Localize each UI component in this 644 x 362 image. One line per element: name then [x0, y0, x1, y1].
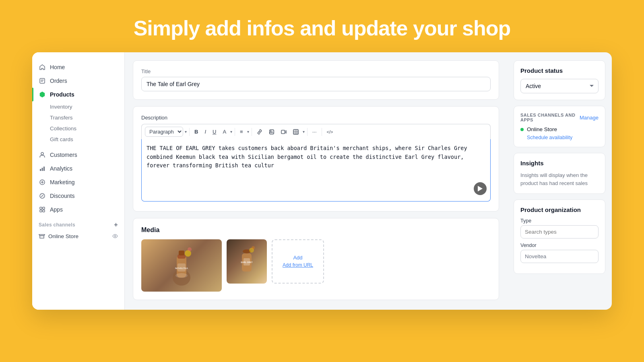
media-add-box[interactable]: Add Add from URL — [272, 239, 324, 284]
sidebar-item-products[interactable]: Products — [32, 88, 124, 101]
right-panel: Product status Active Draft Archived SAL… — [507, 52, 612, 310]
description-editor[interactable] — [141, 139, 491, 202]
chevron-table-icon: ▾ — [303, 130, 305, 134]
link-button[interactable] — [254, 128, 265, 136]
add-channel-icon[interactable]: + — [114, 221, 118, 228]
sidebar-home-label: Home — [50, 64, 65, 70]
paragraph-select[interactable]: Paragraph — [145, 127, 183, 137]
sidebar-item-online-store[interactable]: Online Store — [32, 230, 124, 242]
underline-button[interactable]: U — [210, 127, 219, 136]
product-status-card: Product status Active Draft Archived — [514, 60, 605, 100]
sidebar-item-marketing[interactable]: Marketing — [32, 175, 124, 189]
title-input[interactable] — [141, 77, 491, 91]
sales-channels-label-text: SALES CHANNELS AND APPS — [520, 113, 580, 122]
toolbar-divider-1 — [189, 128, 190, 136]
sidebar-marketing-label: Marketing — [50, 179, 74, 185]
add-from-url-button[interactable]: Add from URL — [283, 262, 313, 268]
sidebar-item-collections[interactable]: Collections — [32, 123, 124, 134]
main-content: Title Description Paragraph ▾ B I U A — [125, 52, 612, 310]
product-status-select[interactable]: Active Draft Archived — [520, 79, 599, 93]
type-field-label: Type — [520, 218, 599, 224]
title-card: Title — [133, 60, 499, 100]
description-label: Description — [141, 115, 491, 121]
product-org-card: Product organization Type Vendor — [514, 200, 605, 274]
svg-text:EARL GREY: EARL GREY — [241, 261, 253, 263]
vendor-field-label: Vendor — [520, 243, 599, 248]
svg-point-20 — [175, 273, 188, 278]
media-image-small[interactable]: EARL GREY — [227, 239, 267, 284]
toolbar-divider-3 — [252, 128, 252, 136]
orders-icon — [39, 77, 46, 84]
green-dot-icon — [520, 128, 524, 131]
bold-button[interactable]: B — [192, 127, 200, 136]
sidebar-item-discounts[interactable]: Discounts — [32, 189, 124, 203]
svg-rect-15 — [293, 129, 298, 134]
insights-description: Insights will display when the product h… — [520, 171, 599, 187]
sales-channels-card: SALES CHANNELS AND APPS Manage Online St… — [514, 106, 605, 147]
sidebar-item-apps[interactable]: Apps — [32, 203, 124, 216]
svg-text:NOVELTEA: NOVELTEA — [175, 267, 188, 269]
online-store-label: Online Store — [527, 126, 557, 132]
manage-link[interactable]: Manage — [580, 115, 599, 121]
svg-rect-4 — [43, 167, 45, 171]
toolbar-divider-5 — [322, 128, 322, 136]
align-button[interactable]: ≡ — [237, 127, 246, 136]
table-button[interactable] — [291, 128, 301, 136]
online-store-sidebar-label: Online Store — [48, 233, 78, 239]
sidebar-apps-label: Apps — [50, 206, 63, 213]
italic-button[interactable]: I — [202, 127, 208, 136]
sidebar-item-inventory[interactable]: Inventory — [32, 101, 124, 112]
marketing-icon — [39, 179, 46, 186]
products-icon — [39, 91, 46, 98]
svg-rect-8 — [43, 207, 45, 209]
eye-icon[interactable] — [112, 233, 118, 239]
svg-rect-3 — [42, 168, 43, 171]
sidebar-item-transfers[interactable]: Transfers — [32, 112, 124, 123]
chevron-color-icon: ▾ — [230, 130, 232, 134]
svg-point-30 — [252, 246, 255, 249]
type-input[interactable] — [520, 225, 599, 239]
sidebar-item-orders[interactable]: Orders — [32, 74, 124, 88]
more-button[interactable]: ··· — [310, 127, 319, 136]
editor-wrapper — [141, 139, 491, 203]
sidebar-discounts-label: Discounts — [50, 193, 74, 199]
chevron-align-icon: ▾ — [247, 130, 249, 134]
description-card: Description Paragraph ▾ B I U A ▾ ≡ ▾ — [133, 106, 499, 212]
sidebar: Home Orders Products — [32, 52, 125, 310]
hero-headline: Simply add infos and update your shop — [0, 0, 644, 52]
media-card: Media N — [133, 218, 499, 300]
svg-rect-0 — [40, 78, 45, 83]
svg-point-24 — [188, 247, 192, 251]
color-button[interactable]: A — [220, 127, 229, 136]
add-media-button[interactable]: Add — [293, 255, 302, 261]
video-button[interactable] — [279, 128, 289, 136]
sales-channels-label: Sales channels + — [32, 216, 124, 230]
media-image-large[interactable]: NOVELTEA — [141, 239, 222, 292]
sidebar-item-gift-cards[interactable]: Gift cards — [32, 134, 124, 145]
product-status-title: Product status — [520, 67, 599, 74]
tea-image-bg-large: NOVELTEA — [141, 239, 222, 292]
image-button[interactable] — [266, 128, 277, 136]
apps-icon — [39, 206, 46, 213]
play-button[interactable] — [474, 182, 487, 195]
svg-point-13 — [270, 130, 271, 132]
customers-icon — [39, 151, 46, 158]
vendor-input[interactable] — [520, 250, 599, 263]
code-button[interactable]: </> — [324, 128, 336, 136]
svg-rect-2 — [40, 169, 41, 171]
sidebar-item-customers[interactable]: Customers — [32, 148, 124, 162]
media-grid: NOVELTEA EARL GREY — [141, 239, 491, 292]
discounts-icon — [39, 192, 46, 200]
sidebar-analytics-label: Analytics — [50, 165, 72, 172]
svg-rect-9 — [40, 210, 42, 212]
schedule-link[interactable]: Schedule availability — [520, 135, 599, 140]
svg-rect-14 — [281, 130, 285, 134]
sidebar-item-analytics[interactable]: Analytics — [32, 162, 124, 175]
insights-title: Insights — [520, 160, 599, 167]
online-store-row: Online Store — [520, 126, 599, 132]
sidebar-item-home[interactable]: Home — [32, 60, 124, 74]
media-title: Media — [141, 226, 491, 234]
svg-rect-19 — [179, 251, 184, 255]
store-icon — [39, 233, 45, 239]
title-label: Title — [141, 69, 491, 74]
